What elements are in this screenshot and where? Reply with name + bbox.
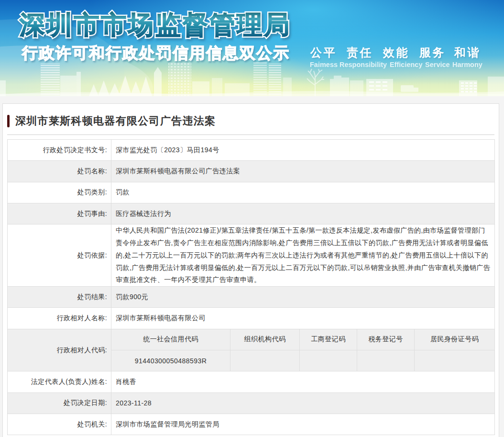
svg-text:公平责任效能服务和谐: 公平责任效能服务和谐	[310, 46, 481, 59]
svg-text:FaimessResponsibilityEfficienc: FaimessResponsibilityEfficiencyServiceHa…	[310, 61, 482, 68]
